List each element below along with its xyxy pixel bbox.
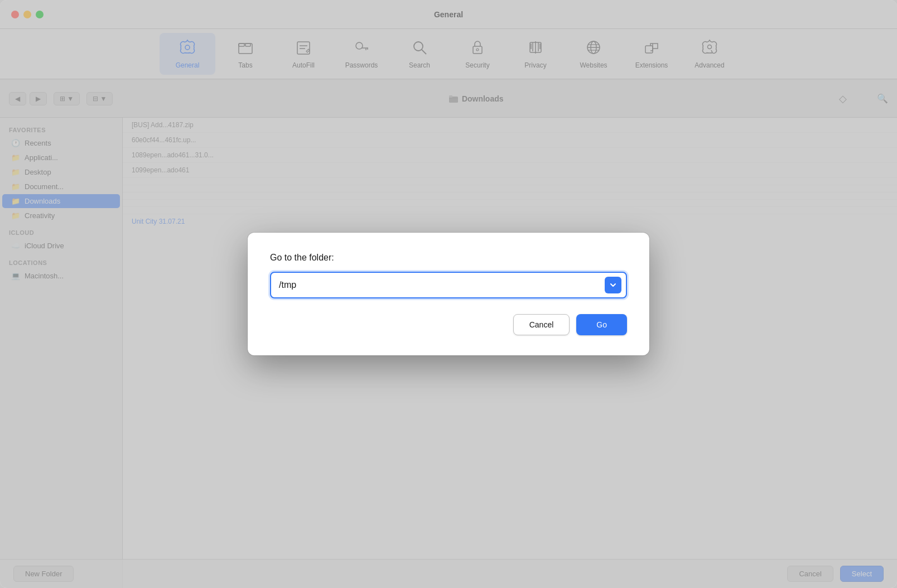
dialog-title: Go to the folder: (270, 253, 627, 263)
dialog-go-button[interactable]: Go (576, 314, 627, 335)
main-window: General General Tabs (0, 0, 897, 588)
folder-input-wrapper (270, 272, 627, 298)
folder-path-input[interactable] (270, 272, 627, 298)
dialog-buttons: Cancel Go (270, 314, 627, 335)
dialog-cancel-button[interactable]: Cancel (513, 314, 570, 335)
go-to-folder-dialog: Go to the folder: Cancel Go (248, 233, 649, 355)
dropdown-chevron-icon[interactable] (605, 277, 621, 293)
